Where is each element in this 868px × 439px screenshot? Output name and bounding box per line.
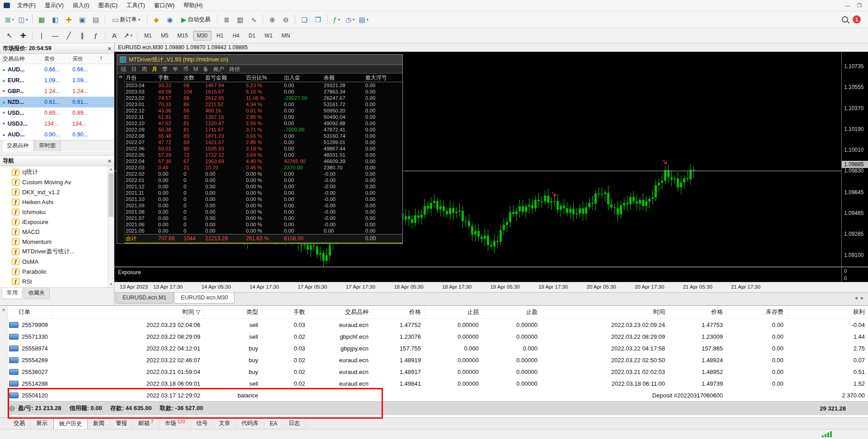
arrows-icon[interactable]: ↗▾ — [122, 29, 134, 42]
table-row[interactable]: 255589742022.03.22 04:12:01buy0.03gbpjpy… — [8, 342, 868, 354]
zoom-in-icon[interactable]: ⊕ — [266, 13, 278, 26]
price-axis[interactable]: 1.107351.105551.103701.101901.100101.098… — [841, 52, 868, 266]
search-icon[interactable] — [842, 16, 848, 23]
terminal-icon[interactable]: ▣ — [76, 13, 89, 26]
market-watch-icon[interactable]: ▦ — [35, 13, 48, 26]
navigator-item[interactable]: ƒMTDriver盈亏统计... — [0, 247, 114, 257]
close-icon[interactable]: × — [0, 307, 7, 313]
profile-icon[interactable]: ◫▾ — [17, 13, 29, 26]
table-row[interactable]: 2022.0747.72691421.572.86 %0.0051289.010… — [124, 139, 402, 145]
table-row[interactable]: 255360272022.03.21 01:59:04buy0.02euraud… — [8, 366, 868, 378]
navigator-item[interactable]: ƒRSI — [0, 276, 114, 286]
column-header[interactable]: 价格 — [669, 308, 726, 316]
mtdriver-tab[interactable]: 周 — [142, 65, 147, 73]
menu-item[interactable]: 插入(I) — [68, 0, 94, 11]
table-row[interactable]: 2022.020.0000.000.00 %0.00-0.000.00 — [124, 171, 402, 177]
bar-chart-icon[interactable]: ≣ — [220, 13, 233, 26]
table-row[interactable]: 2022.0557.39721722.123.69 %0.0048331.510… — [124, 152, 402, 158]
column-header[interactable]: 买价 — [70, 54, 98, 64]
crosshair-icon[interactable]: ✚ — [17, 29, 29, 42]
table-row[interactable]: 2022.0659.01801535.933.18 %0.0049867.440… — [124, 145, 402, 152]
column-header[interactable]: 卖价 — [42, 54, 70, 64]
market-watch-row[interactable]: ▼GBP...1.24...1.24... — [0, 86, 114, 97]
table-row[interactable]: 2022.0457.30671963.694.40 %42265.0046609… — [124, 158, 402, 164]
menu-item[interactable]: 文件(F) — [13, 0, 40, 11]
time-axis[interactable]: 13 Apr 202313 Apr 17:3014 Apr 05:3014 Ap… — [114, 282, 868, 292]
market-watch-tab[interactable]: 即时图 — [34, 140, 61, 152]
column-header[interactable]: 库存费 — [726, 308, 787, 316]
menu-item[interactable]: 帮助(H) — [179, 0, 207, 11]
navigator-item[interactable]: ƒiExposure — [0, 217, 114, 227]
close-icon[interactable]: × — [108, 45, 111, 52]
timeframe-m1[interactable]: M1 — [140, 31, 156, 41]
table-row[interactable]: 2021.100.0000.000.00 %0.00-0.000.00 — [124, 196, 402, 202]
terminal-tab-日志[interactable]: 日志 — [283, 418, 306, 429]
minimize-button[interactable]: — — [843, 3, 853, 9]
column-header[interactable]: 止盈 — [482, 308, 541, 316]
menu-item[interactable]: 图表(C) — [94, 0, 122, 11]
trendline-icon[interactable]: ╱ — [62, 29, 75, 42]
timeframe-mn[interactable]: MN — [278, 31, 294, 41]
table-row[interactable]: 2021.080.0000.000.00 %0.00-0.000.00 — [124, 209, 402, 215]
market-watch-row[interactable]: ▼USD...0.89...0.89... — [0, 107, 114, 118]
table-row[interactable]: 2021.070.0000.000.00 %0.00-0.000.00 — [124, 215, 402, 221]
timeframe-w1[interactable]: W1 — [260, 31, 277, 41]
menu-item[interactable]: 显示(V) — [40, 0, 68, 11]
menu-item[interactable]: 窗口(W) — [150, 0, 179, 11]
panel-splitter[interactable] — [0, 151, 114, 156]
column-header[interactable]: 类型 — [204, 308, 262, 316]
table-row[interactable]: 2023.0170.33862211.524.34 %0.0053161.720… — [124, 101, 402, 107]
balance-row[interactable]: 255041202022.03.17 12:29:02balanceDeposi… — [8, 389, 868, 401]
scrollbar[interactable]: ▲▼ — [108, 166, 114, 287]
column-header[interactable]: 时间 — [541, 308, 669, 316]
templates-icon[interactable]: ▤▾ — [357, 13, 370, 26]
timeframe-m30[interactable]: M30 — [193, 31, 212, 41]
table-row[interactable]: 2021.090.0000.000.00 %0.00-0.000.00 — [124, 202, 402, 209]
table-row[interactable]: 2022.0865.48891871.733.65 %0.0053160.740… — [124, 133, 402, 139]
table-row[interactable]: 2023.0433.22681457.945.23 %0.0029321.280… — [124, 82, 402, 89]
column-header[interactable]: 价格 — [372, 308, 425, 316]
table-row[interactable]: 2022.1243.3656460.160.91 %0.0050950.200.… — [124, 107, 402, 114]
table-row[interactable]: 255142882022.03.18 06:09:01sell0.02eurau… — [8, 378, 868, 389]
mtdriver-tab[interactable]: M — [193, 66, 198, 72]
community-icon[interactable]: ◉ — [164, 13, 176, 26]
navigator-item[interactable]: ƒDKX_ind_v1.2 — [0, 187, 114, 197]
tile-windows-icon[interactable]: ❏ — [298, 13, 311, 26]
mtdriver-tab[interactable]: 月 — [152, 65, 157, 73]
table-row[interactable]: 2021.110.0000.000.00 %0.00-0.000.00 — [124, 190, 402, 196]
mtdriver-tab[interactable]: 备 — [203, 65, 208, 73]
table-row[interactable]: 255713302022.03.22 08:29:09sell0.02gbpch… — [8, 331, 868, 342]
table-row[interactable]: 2023.0349.081041615.676.16 %0.0027863.34… — [124, 89, 402, 95]
horizontal-line-icon[interactable]: ― — [49, 29, 61, 42]
terminal-tab-邮箱[interactable]: 邮箱7 — [133, 418, 160, 429]
column-header[interactable]: 交易品种 — [0, 54, 42, 64]
mtdriver-tab[interactable]: 账户 — [213, 65, 224, 73]
market-watch-row[interactable]: ▲NZD...0.61...0.61... — [0, 97, 114, 107]
scroll-left-icon[interactable]: ◂ — [855, 295, 858, 301]
table-row[interactable]: 2022.0950.38811711.673.71 %-7000.0047872… — [124, 126, 402, 133]
table-row[interactable]: 2021.120.0000.000.00 %0.00-0.000.00 — [124, 183, 402, 190]
timeframe-m5[interactable]: M5 — [157, 31, 173, 41]
chart-tab[interactable]: EURUSD.ecn,M1 — [116, 293, 173, 304]
cascade-icon[interactable]: ❐ — [311, 13, 324, 26]
market-watch-tab[interactable]: 交易品种 — [2, 140, 33, 152]
mtdriver-tab[interactable]: 季 — [162, 65, 168, 73]
table-row[interactable]: 2022.010.0000.000.00 %0.00-0.000.00 — [124, 177, 402, 183]
terminal-tab-市场[interactable]: 市场120 — [160, 418, 191, 429]
close-icon[interactable]: × — [108, 158, 111, 164]
scroll-right-icon[interactable]: ▸ — [861, 295, 863, 301]
restore-button[interactable]: ❐ — [854, 3, 864, 9]
mtdriver-tab[interactable]: 年 — [173, 65, 178, 73]
scrollbar-thumb[interactable] — [108, 173, 113, 217]
navigator-item[interactable]: ƒHeiken Ashi — [0, 197, 114, 207]
column-header[interactable]: 交易品种 — [309, 308, 372, 316]
market-watch-row[interactable]: ▲AUD...0.90...0.90... — [0, 129, 114, 140]
terminal-tab-EA[interactable]: EA — [264, 418, 283, 429]
metaeditor-icon[interactable]: ◆ — [150, 13, 163, 26]
terminal-tab-代码库[interactable]: 代码库 — [236, 418, 264, 429]
navigator-item[interactable]: ƒcj统计 — [0, 167, 114, 177]
mtdriver-tab[interactable]: 日 — [131, 65, 137, 73]
mtdriver-statistics-panel[interactable]: MTDriver统计 ,V1.93 (http://mtdriver.cn)综日… — [117, 54, 403, 244]
notification-badge[interactable]: 1 — [853, 15, 861, 23]
chart-tab[interactable]: EURUSD.ecn,M30 — [174, 293, 235, 304]
